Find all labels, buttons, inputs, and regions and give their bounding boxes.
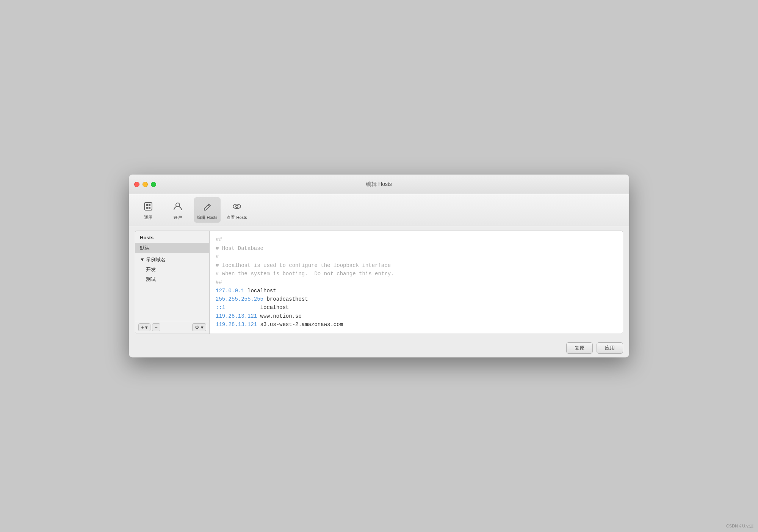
editor-area[interactable]: ## # Host Database # # localhost is used… [210, 231, 623, 333]
restore-button[interactable]: 复原 [566, 342, 593, 354]
svg-point-6 [233, 204, 241, 209]
code-line-4: # localhost is used to configure the loo… [216, 261, 617, 270]
host-5: s3.us-west-2.amazonaws.com [257, 321, 343, 328]
host-2: broadcasthost [263, 296, 308, 302]
main-content: Hosts 默认 ▼ 示例域名 开发 测试 + ▾ − ⚙ ▾ ## # H [129, 226, 629, 338]
footer-bar: 复原 应用 [129, 339, 629, 357]
sidebar-group-header[interactable]: ▼ 示例域名 [135, 255, 209, 265]
sidebar: Hosts 默认 ▼ 示例域名 开发 测试 + ▾ − ⚙ ▾ [135, 231, 210, 333]
toolbar-view-hosts[interactable]: 查看 Hosts [224, 197, 250, 223]
sidebar-group: ▼ 示例域名 开发 测试 [135, 253, 209, 286]
title-bar: 编辑 Hosts [129, 175, 629, 194]
sidebar-item-test[interactable]: 测试 [135, 275, 209, 284]
code-line-8: 255.255.255.255 broadcasthost [216, 295, 617, 303]
add-button[interactable]: + ▾ [138, 323, 150, 331]
ip-1: 127.0.0.1 [216, 288, 244, 294]
toolbar-account[interactable]: 账户 [164, 197, 191, 223]
ip-3: ::1 [216, 304, 225, 310]
account-icon [171, 200, 185, 213]
host-4: www.notion.so [257, 313, 302, 319]
svg-rect-4 [149, 207, 150, 209]
ip-5: 119.28.13.121 [216, 321, 257, 328]
code-line-7: 127.0.0.1 localhost [216, 287, 617, 295]
svg-rect-3 [146, 207, 148, 209]
sidebar-item-dev[interactable]: 开发 [135, 265, 209, 275]
edit-hosts-label: 编辑 Hosts [197, 215, 217, 220]
general-label: 通用 [144, 215, 152, 220]
toolbar-general[interactable]: 通用 [135, 197, 161, 223]
host-3: localhost [225, 304, 289, 310]
toolbar: 通用 账户 编辑 Hosts [129, 194, 629, 226]
code-line-9: ::1 localhost [216, 303, 617, 312]
account-label: 账户 [174, 215, 182, 220]
code-line-11: 119.28.13.121 s3.us-west-2.amazonaws.com [216, 320, 617, 329]
code-line-6: ## [216, 278, 617, 286]
window-title: 编辑 Hosts [366, 181, 392, 188]
maximize-button[interactable] [151, 182, 156, 187]
sidebar-header: Hosts [135, 231, 209, 243]
app-window: 编辑 Hosts 通用 账户 [129, 175, 629, 357]
host-1: localhost [244, 288, 276, 294]
ip-4: 119.28.13.121 [216, 313, 257, 319]
general-icon [141, 200, 155, 213]
view-hosts-icon [230, 200, 244, 213]
code-line-3: # [216, 253, 617, 261]
svg-point-7 [236, 205, 238, 207]
ip-2: 255.255.255.255 [216, 296, 263, 302]
remove-button[interactable]: − [152, 323, 160, 331]
watermark: CSDN ©U.y.涯 [726, 523, 753, 529]
edit-hosts-icon [200, 200, 214, 213]
sidebar-footer: + ▾ − ⚙ ▾ [135, 321, 209, 334]
svg-rect-0 [144, 203, 152, 210]
code-line-10: 119.28.13.121 www.notion.so [216, 312, 617, 320]
svg-rect-2 [149, 204, 150, 206]
sidebar-default-item[interactable]: 默认 [135, 243, 209, 253]
toolbar-edit-hosts[interactable]: 编辑 Hosts [194, 197, 221, 223]
traffic-lights [134, 182, 156, 187]
code-line-2: # Host Database [216, 244, 617, 253]
view-hosts-label: 查看 Hosts [227, 215, 247, 220]
code-line-1: ## [216, 236, 617, 244]
panel: Hosts 默认 ▼ 示例域名 开发 测试 + ▾ − ⚙ ▾ ## # H [135, 231, 623, 334]
gear-button[interactable]: ⚙ ▾ [192, 323, 206, 331]
svg-rect-1 [146, 204, 148, 206]
close-button[interactable] [134, 182, 139, 187]
minimize-button[interactable] [143, 182, 148, 187]
code-line-5: # when the system is booting. Do not cha… [216, 270, 617, 278]
apply-button[interactable]: 应用 [597, 342, 623, 354]
